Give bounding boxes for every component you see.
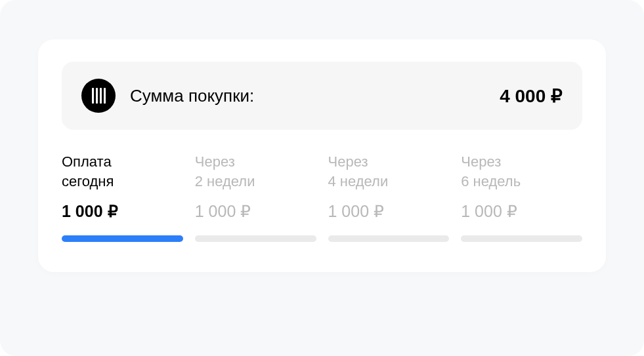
installments-row: Оплата сегодня 1 000 ₽ Через 2 недели 1 … bbox=[62, 152, 582, 242]
installment-6-weeks[interactable]: Через 6 недель 1 000 ₽ bbox=[461, 152, 582, 242]
installment-amount: 1 000 ₽ bbox=[62, 202, 183, 221]
installment-today[interactable]: Оплата сегодня 1 000 ₽ bbox=[62, 152, 183, 242]
brand-logo-icon bbox=[81, 79, 116, 113]
progress-bar-inactive bbox=[328, 235, 450, 242]
purchase-label: Сумма покупки: bbox=[130, 86, 254, 106]
purchase-summary: Сумма покупки: 4 000 ₽ bbox=[62, 62, 582, 130]
installment-label-line2: 6 недель bbox=[461, 173, 521, 189]
installment-label-line1: Через bbox=[195, 153, 235, 170]
installment-label: Через 6 недель bbox=[461, 152, 582, 191]
installment-label-line2: сегодня bbox=[62, 173, 114, 189]
progress-bar-inactive bbox=[195, 235, 316, 242]
installment-amount: 1 000 ₽ bbox=[461, 202, 582, 221]
installment-label: Через 2 недели bbox=[195, 152, 316, 191]
installment-amount: 1 000 ₽ bbox=[195, 202, 316, 221]
purchase-amount: 4 000 ₽ bbox=[500, 85, 563, 107]
installment-label-line1: Через bbox=[461, 153, 501, 170]
installment-label-line1: Оплата bbox=[62, 153, 112, 170]
progress-bar-active bbox=[62, 235, 183, 242]
installment-label: Через 4 недели bbox=[328, 152, 450, 191]
installment-label-line2: 2 недели bbox=[195, 173, 255, 189]
installment-4-weeks[interactable]: Через 4 недели 1 000 ₽ bbox=[328, 152, 450, 242]
payment-widget-container: Сумма покупки: 4 000 ₽ Оплата сегодня 1 … bbox=[0, 0, 644, 356]
installment-2-weeks[interactable]: Через 2 недели 1 000 ₽ bbox=[195, 152, 316, 242]
installment-label-line1: Через bbox=[328, 153, 368, 170]
payment-card: Сумма покупки: 4 000 ₽ Оплата сегодня 1 … bbox=[38, 39, 606, 272]
installment-label-line2: 4 недели bbox=[328, 173, 389, 189]
summary-left: Сумма покупки: bbox=[81, 79, 254, 113]
installment-label: Оплата сегодня bbox=[62, 152, 183, 191]
installment-amount: 1 000 ₽ bbox=[328, 202, 450, 221]
progress-bar-inactive bbox=[461, 235, 582, 242]
